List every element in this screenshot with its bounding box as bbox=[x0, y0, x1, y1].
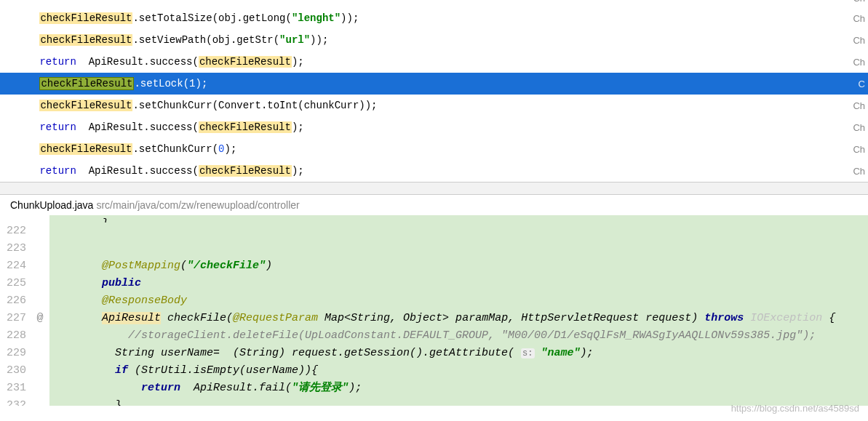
usage-context: Ch bbox=[853, 13, 865, 24]
gutter-mark bbox=[31, 327, 49, 345]
var-ref: checkFileResult bbox=[199, 165, 292, 177]
usage-context: Ch bbox=[853, 100, 865, 111]
usage-context: Ch bbox=[853, 0, 865, 4]
code-line[interactable]: return ApiResult.fail("请先登录"); bbox=[49, 380, 868, 397]
code-line[interactable]: @ResponseBody bbox=[49, 292, 868, 310]
code-editor[interactable]: } 222 223 224 @PostMapping("/checkFile")… bbox=[0, 215, 868, 406]
gutter-mark bbox=[31, 345, 49, 362]
gutter-mark bbox=[31, 380, 49, 397]
line-number: 227 bbox=[0, 310, 31, 327]
line-number: 226 bbox=[0, 292, 31, 310]
code-line[interactable]: if (StrUtil.isEmpty(userName)){ bbox=[49, 362, 868, 380]
line-number: 224 bbox=[0, 257, 31, 275]
gutter-mark bbox=[31, 275, 49, 292]
code-line[interactable] bbox=[49, 222, 868, 240]
code-line[interactable]: String userName= (String) request.getSes… bbox=[49, 345, 868, 362]
gutter-mark bbox=[31, 215, 49, 222]
gutter-mark bbox=[31, 222, 49, 240]
line-number: 225 bbox=[0, 275, 31, 292]
usage-context: Ch bbox=[853, 122, 865, 133]
gutter-mark bbox=[31, 240, 49, 257]
code-line[interactable]: } bbox=[49, 215, 868, 222]
file-path: src/main/java/com/zw/renewupload/control… bbox=[96, 199, 299, 211]
gutter-mark bbox=[31, 362, 49, 380]
code-line[interactable] bbox=[49, 240, 868, 257]
file-header: ChunkUpload.java src/main/java/com/zw/re… bbox=[0, 195, 868, 215]
usage-row[interactable]: return ApiResult.success(checkFileResult… bbox=[0, 160, 868, 182]
gutter-mark bbox=[31, 292, 49, 310]
usages-list: CheckFileResult checkFileResult=new Chec… bbox=[0, 0, 868, 182]
file-name: ChunkUpload.java bbox=[10, 199, 93, 211]
code-line[interactable]: //storageClient.deleteFile(UpLoadConstan… bbox=[49, 327, 868, 345]
var-ref: checkFileResult bbox=[199, 56, 292, 68]
line-number: 231 bbox=[0, 380, 31, 397]
line-number: 229 bbox=[0, 345, 31, 362]
usage-context: C bbox=[859, 79, 865, 89]
code-line[interactable]: @PostMapping("/checkFile") bbox=[49, 257, 868, 275]
line-number: 232 bbox=[0, 397, 31, 406]
gutter-mark[interactable]: @ bbox=[31, 310, 49, 327]
usage-context: Ch bbox=[853, 57, 865, 68]
line-number: 223 bbox=[0, 240, 31, 257]
code-line[interactable]: ApiResult checkFile(@RequestParam Map<St… bbox=[49, 310, 868, 327]
code-line[interactable]: public bbox=[49, 275, 868, 292]
gutter-mark bbox=[31, 257, 49, 275]
line-number: 230 bbox=[0, 362, 31, 380]
param-hint: s: bbox=[521, 348, 534, 358]
gutter-mark bbox=[31, 397, 49, 406]
usage-code: return ApiResult.success(checkFileResult… bbox=[3, 153, 304, 188]
line-number bbox=[0, 215, 31, 222]
usage-context: Ch bbox=[853, 35, 865, 46]
watermark: https://blog.csdn.net/as4589sd bbox=[731, 403, 859, 406]
line-number: 228 bbox=[0, 327, 31, 345]
usage-context: Ch bbox=[853, 144, 865, 155]
line-number: 222 bbox=[0, 222, 31, 240]
usage-context: Ch bbox=[853, 166, 865, 177]
